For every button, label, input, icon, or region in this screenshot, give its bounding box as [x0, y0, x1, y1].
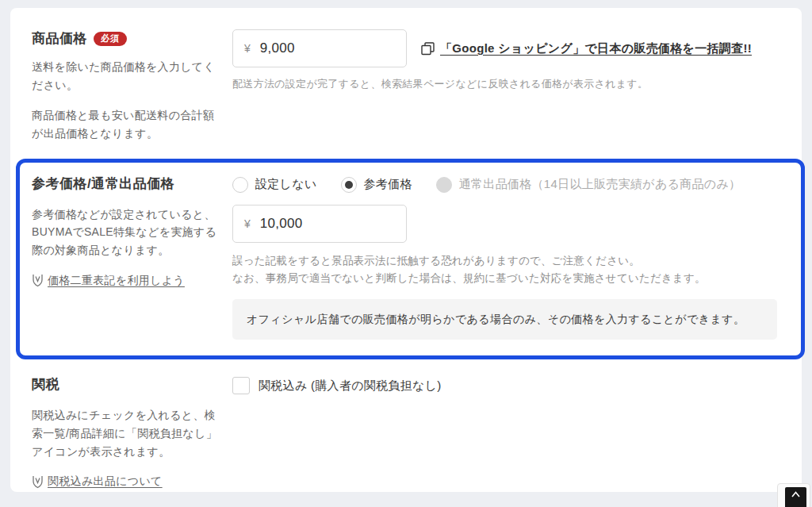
- reference-price-input[interactable]: ¥ 10,000: [232, 205, 407, 243]
- section-customs: 関税 関税込みにチェックを入れると、検索一覧/商品詳細に「関税負担なし」アイコン…: [32, 375, 780, 492]
- yen-symbol: ¥: [244, 217, 251, 230]
- product-price-left-column: 商品価格 必須 送料を除いた商品価格を入力してください。 商品価格と最も安い配送…: [32, 29, 232, 143]
- customs-included-checkbox-label: 関税込み (購入者の関税負担なし): [259, 378, 442, 394]
- section-reference-price: 参考価格/通常出品価格 参考価格などが設定されていると、BUYMAでSALE特集…: [16, 159, 805, 360]
- reference-price-title: 参考価格/通常出品価格: [32, 175, 223, 193]
- back-to-top-button[interactable]: [785, 487, 806, 507]
- reference-price-description: 参考価格などが設定されていると、BUYMAでSALE特集などを実施する際の対象商…: [32, 205, 223, 259]
- radio-circle: [232, 177, 248, 193]
- listing-form-card: 商品価格 必須 送料を除いた商品価格を入力してください。 商品価格と最も安い配送…: [10, 8, 802, 492]
- product-price-right-column: ¥ 9,000 「Google ショッピング」で日本の販売価格を一括調査!! 配…: [232, 29, 780, 143]
- customs-included-checkbox[interactable]: [232, 377, 250, 394]
- customs-description: 関税込みにチェックを入れると、検索一覧/商品詳細に「関税負担なし」アイコンが表示…: [32, 406, 223, 460]
- google-shopping-link[interactable]: 「Google ショッピング」で日本の販売価格を一括調査!!: [421, 41, 752, 56]
- back-to-top-container: [777, 483, 810, 507]
- reference-price-caution: 誤った記載をすると景品表示法に抵触する恐れがありますので、ご注意ください。 なお…: [232, 252, 777, 287]
- shield-icon: [32, 274, 44, 287]
- reference-price-value: 10,000: [260, 216, 303, 232]
- product-price-title-text: 商品価格: [32, 29, 87, 48]
- chevron-up-icon: [791, 491, 800, 497]
- reference-price-left-column: 参考価格/通常出品価格 参考価格などが設定されていると、BUYMAでSALE特集…: [32, 175, 232, 340]
- customs-included-checkbox-row[interactable]: 関税込み (購入者の関税負担なし): [232, 377, 780, 394]
- reference-price-right-column: 設定しない 参考価格 通常出品価格（14日以上販売実績がある商品のみ） ¥ 10…: [232, 175, 777, 340]
- radio-normal-listing-price: 通常出品価格（14日以上販売実績がある商品のみ）: [436, 177, 741, 193]
- radio-normal-listing-price-label: 通常出品価格（14日以上販売実績がある商品のみ）: [459, 177, 741, 192]
- radio-no-setting[interactable]: 設定しない: [232, 177, 317, 193]
- shield-icon: [32, 475, 44, 489]
- product-price-description-2: 商品価格と最も安い配送料の合計額が出品価格となります。: [32, 106, 223, 142]
- customs-right-column: 関税込み (購入者の関税負担なし): [232, 375, 780, 492]
- google-shopping-link-text: 「Google ショッピング」で日本の販売価格を一括調査!!: [440, 41, 752, 56]
- product-price-helper: 配送方法の設定が完了すると、検索結果ページなどに反映される価格が表示されます。: [232, 76, 780, 93]
- caution-line-1: 誤った記載をすると景品表示法に抵触する恐れがありますので、ご注意ください。: [232, 252, 777, 270]
- product-price-description-1: 送料を除いた商品価格を入力してください。: [32, 58, 223, 94]
- reference-price-radio-group: 設定しない 参考価格 通常出品価格（14日以上販売実績がある商品のみ）: [232, 177, 777, 193]
- section-product-price: 商品価格 必須 送料を除いた商品価格を入力してください。 商品価格と最も安い配送…: [32, 29, 780, 143]
- radio-reference-price-label: 参考価格: [364, 177, 412, 192]
- dual-price-guide-link-text: 価格二重表記を利用しよう: [48, 274, 185, 288]
- product-price-input[interactable]: ¥ 9,000: [232, 29, 407, 67]
- external-window-icon: [421, 42, 435, 56]
- product-price-value: 9,000: [260, 40, 295, 56]
- customs-included-guide-link-text: 関税込み出品について: [48, 474, 163, 489]
- product-price-title: 商品価格 必須: [32, 29, 223, 48]
- radio-no-setting-label: 設定しない: [255, 177, 317, 192]
- radio-circle-disabled: [436, 177, 452, 193]
- yen-symbol: ¥: [244, 42, 251, 55]
- radio-reference-price[interactable]: 参考価格: [341, 177, 412, 193]
- required-badge: 必須: [94, 32, 127, 46]
- customs-title: 関税: [32, 375, 223, 394]
- dual-price-guide-link[interactable]: 価格二重表記を利用しよう: [32, 274, 185, 288]
- official-price-note: オフィシャル店舗での販売価格が明らかである場合のみ、その価格を入力することができ…: [232, 299, 777, 340]
- caution-line-2: なお、事務局で適当でないと判断した場合は、規約に基づいた対応を実施させていただき…: [232, 270, 777, 287]
- customs-left-column: 関税 関税込みにチェックを入れると、検索一覧/商品詳細に「関税負担なし」アイコン…: [32, 375, 232, 492]
- radio-circle-selected: [341, 177, 357, 193]
- customs-included-guide-link[interactable]: 関税込み出品について: [32, 474, 163, 489]
